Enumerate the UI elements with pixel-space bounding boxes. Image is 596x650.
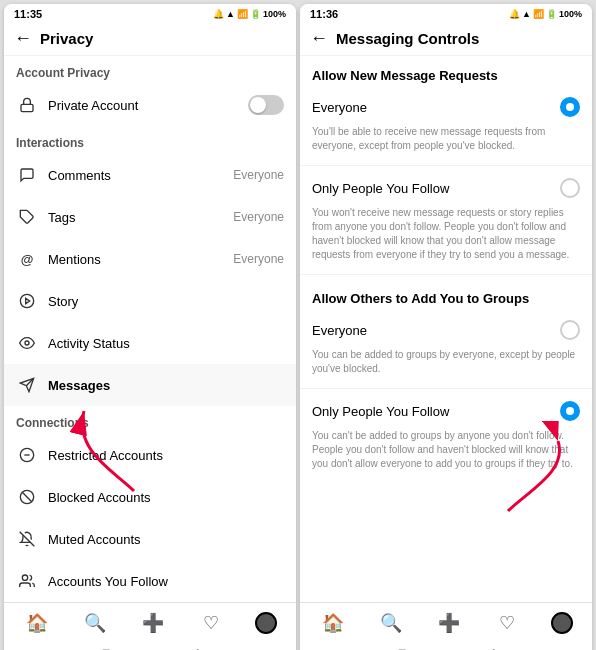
muted-icon — [16, 528, 38, 550]
new-msg-everyone-label: Everyone — [312, 100, 560, 115]
following-icon — [16, 570, 38, 592]
right-nav-profile[interactable] — [551, 612, 573, 634]
svg-rect-0 — [21, 104, 33, 111]
left-title: Privacy — [40, 30, 93, 47]
right-header: ← Messaging Controls — [300, 22, 592, 56]
left-status-icons: 🔔 ▲ 📶 🔋 100% — [213, 9, 286, 19]
private-account-label: Private Account — [48, 98, 248, 113]
right-android-square[interactable]: □ — [395, 645, 409, 650]
new-msg-follow-label: Only People You Follow — [312, 181, 560, 196]
nav-heart[interactable]: ♡ — [197, 609, 225, 637]
groups-everyone-label: Everyone — [312, 323, 560, 338]
right-title: Messaging Controls — [336, 30, 479, 47]
right-status-icons: 🔔 ▲ 📶 🔋 100% — [509, 9, 582, 19]
comments-icon — [16, 164, 38, 186]
android-square[interactable]: □ — [99, 645, 113, 650]
groups-everyone-desc: You can be added to groups by everyone, … — [300, 348, 592, 384]
right-nav-search[interactable]: 🔍 — [377, 609, 405, 637]
menu-item-muted[interactable]: Muted Accounts — [4, 518, 296, 560]
left-status-bar: 11:35 🔔 ▲ 📶 🔋 100% — [4, 4, 296, 22]
mentions-value: Everyone — [233, 252, 284, 266]
menu-item-blocked[interactable]: Blocked Accounts — [4, 476, 296, 518]
muted-label: Muted Accounts — [48, 532, 284, 547]
right-back-button[interactable]: ← — [310, 28, 328, 49]
section-interactions: Interactions — [4, 126, 296, 154]
groups-everyone-radio[interactable] — [560, 320, 580, 340]
right-time: 11:36 — [310, 8, 338, 20]
nav-search[interactable]: 🔍 — [81, 609, 109, 637]
mentions-label: Mentions — [48, 252, 233, 267]
new-msg-follow-desc: You won't receive new message requests o… — [300, 206, 592, 270]
comments-value: Everyone — [233, 168, 284, 182]
section-connections: Connections — [4, 406, 296, 434]
private-account-toggle[interactable] — [248, 95, 284, 115]
menu-item-activity-status[interactable]: Activity Status — [4, 322, 296, 364]
story-label: Story — [48, 294, 284, 309]
option-new-msg-everyone[interactable]: Everyone — [300, 89, 592, 125]
menu-item-restricted[interactable]: Restricted Accounts — [4, 434, 296, 476]
nav-home[interactable]: 🏠 — [23, 609, 51, 637]
svg-point-12 — [22, 575, 27, 580]
groups-follow-radio[interactable] — [560, 401, 580, 421]
option-new-msg-follow[interactable]: Only People You Follow — [300, 170, 592, 206]
menu-item-tags[interactable]: Tags Everyone — [4, 196, 296, 238]
android-circle[interactable]: ○ — [143, 645, 157, 650]
left-android-nav: □ ○ ◁ — [4, 641, 296, 650]
right-status-bar: 11:36 🔔 ▲ 📶 🔋 100% — [300, 4, 592, 22]
right-nav-heart[interactable]: ♡ — [493, 609, 521, 637]
svg-line-10 — [22, 492, 31, 501]
divider-1 — [300, 165, 592, 166]
menu-item-following[interactable]: Accounts You Follow — [4, 560, 296, 602]
option-groups-follow[interactable]: Only People You Follow — [300, 393, 592, 429]
svg-marker-3 — [26, 298, 30, 303]
following-label: Accounts You Follow — [48, 574, 284, 589]
comments-label: Comments — [48, 168, 233, 183]
tags-value: Everyone — [233, 210, 284, 224]
nav-profile[interactable] — [255, 612, 277, 634]
groups-follow-desc: You can't be added to groups by anyone y… — [300, 429, 592, 479]
lock-icon — [16, 94, 38, 116]
svg-line-11 — [20, 532, 35, 547]
groups-follow-label: Only People You Follow — [312, 404, 560, 419]
menu-item-messages[interactable]: Messages — [4, 364, 296, 406]
restricted-icon — [16, 444, 38, 466]
new-msg-follow-radio[interactable] — [560, 178, 580, 198]
mentions-icon: @ — [16, 248, 38, 270]
menu-item-comments[interactable]: Comments Everyone — [4, 154, 296, 196]
divider-3 — [300, 388, 592, 389]
svg-point-2 — [20, 294, 33, 307]
right-nav-home[interactable]: 🏠 — [319, 609, 347, 637]
section-account-privacy: Account Privacy — [4, 56, 296, 84]
right-bottom-nav: 🏠 🔍 ➕ ♡ — [300, 602, 592, 641]
messages-label: Messages — [48, 378, 284, 393]
blocked-label: Blocked Accounts — [48, 490, 284, 505]
left-back-button[interactable]: ← — [14, 28, 32, 49]
messages-icon — [16, 374, 38, 396]
right-android-back[interactable]: ◁ — [483, 645, 497, 650]
right-content: Allow New Message Requests Everyone You'… — [300, 56, 592, 602]
left-content: Account Privacy Private Account Interact… — [4, 56, 296, 602]
right-nav-add[interactable]: ➕ — [435, 609, 463, 637]
option-groups-everyone[interactable]: Everyone — [300, 312, 592, 348]
allow-new-msg-title: Allow New Message Requests — [300, 56, 592, 89]
android-back[interactable]: ◁ — [187, 645, 201, 650]
allow-groups-title: Allow Others to Add You to Groups — [300, 279, 592, 312]
right-android-circle[interactable]: ○ — [439, 645, 453, 650]
blocked-icon — [16, 486, 38, 508]
restricted-label: Restricted Accounts — [48, 448, 284, 463]
divider-2 — [300, 274, 592, 275]
activity-status-label: Activity Status — [48, 336, 284, 351]
story-icon — [16, 290, 38, 312]
tags-label: Tags — [48, 210, 233, 225]
menu-item-private-account[interactable]: Private Account — [4, 84, 296, 126]
menu-item-mentions[interactable]: @ Mentions Everyone — [4, 238, 296, 280]
nav-add[interactable]: ➕ — [139, 609, 167, 637]
left-header: ← Privacy — [4, 22, 296, 56]
activity-icon — [16, 332, 38, 354]
right-android-nav: □ ○ ◁ — [300, 641, 592, 650]
tags-icon — [16, 206, 38, 228]
left-time: 11:35 — [14, 8, 42, 20]
new-msg-everyone-radio[interactable] — [560, 97, 580, 117]
left-bottom-nav: 🏠 🔍 ➕ ♡ — [4, 602, 296, 641]
menu-item-story[interactable]: Story — [4, 280, 296, 322]
